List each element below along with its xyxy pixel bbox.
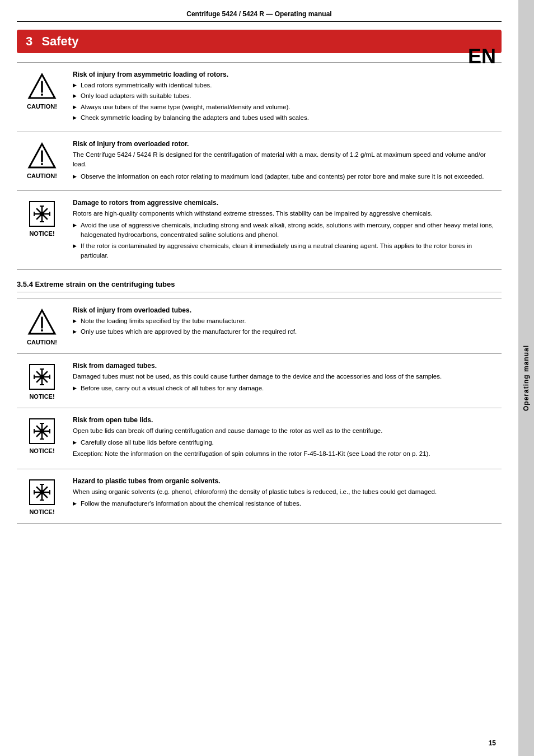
notice-icon-col: NOTICE! [17, 416, 67, 454]
notice-label: CAUTION! [27, 103, 57, 110]
notice-icon-col: NOTICE! [17, 199, 67, 237]
notice-label: CAUTION! [27, 339, 57, 346]
notice-icon [29, 479, 55, 505]
notice-block: CAUTION!Risk of injury from asymmetric l… [17, 62, 502, 132]
notice-label: CAUTION! [27, 172, 57, 179]
notice-icon [29, 201, 55, 227]
notice-block-title: Risk of injury from overloaded rotor. [73, 140, 502, 148]
notice-icon-col: NOTICE! [17, 477, 67, 515]
notice-bullets-list: Before use, carry out a visual check of … [73, 384, 502, 393]
notice-block-body: The Centrifuge 5424 / 5424 R is designed… [73, 150, 502, 170]
notice-bullet-item: Follow the manufacturer's information ab… [73, 499, 502, 508]
notice-bullets-list: Avoid the use of aggressive chemicals, i… [73, 221, 502, 260]
section-number: 3 [26, 34, 32, 48]
notice-icon-col: CAUTION! [17, 306, 67, 346]
notice-block: NOTICE!Risk from damaged tubes.Damaged t… [17, 353, 502, 408]
svg-point-2 [41, 94, 43, 96]
notice-block-body: Damaged tubes must not be used, as this … [73, 372, 502, 381]
en-badge: EN [468, 45, 496, 68]
page-number: 15 [489, 739, 496, 747]
svg-point-36 [40, 375, 44, 379]
notice-label: NOTICE! [29, 447, 54, 454]
notice-icon-col: NOTICE! [17, 362, 67, 400]
svg-point-5 [41, 163, 43, 165]
notice-content: Risk of injury from overloaded rotor.The… [67, 140, 502, 183]
section-title: Safety [41, 34, 78, 48]
section-header: 3 Safety [17, 30, 502, 53]
subsection-354-heading: 3.5.4 Extreme strain on the centrifuging… [17, 280, 502, 288]
notice-bullet-item: Observe the information on each rotor re… [73, 172, 502, 181]
notice-bullets-list: Carefully close all tube lids before cen… [73, 438, 502, 447]
notice-block-body: When using organic solvents (e.g. phenol… [73, 487, 502, 497]
caution-icon [27, 73, 57, 100]
side-tab: Operating manual [518, 0, 534, 756]
notice-icon [29, 364, 55, 390]
svg-point-19 [40, 212, 44, 216]
notice-bullet-item: Note the loading limits specified by the… [73, 316, 502, 326]
svg-point-50 [40, 429, 44, 433]
notice-block-title: Damage to rotors from aggressive chemica… [73, 199, 502, 207]
notice-bullet-item: Only load adapters with suitable tubes. [73, 91, 502, 101]
notice-block-extra: Exception: Note the information on the c… [73, 449, 502, 459]
notice-bullet-item: Avoid the use of aggressive chemicals, i… [73, 221, 502, 240]
notice-block-title: Hazard to plastic tubes from organic sol… [73, 477, 502, 485]
notice-icon [29, 418, 55, 444]
notice-bullets-list: Follow the manufacturer's information ab… [73, 499, 502, 508]
safety-blocks-upper: CAUTION!Risk of injury from asymmetric l… [17, 62, 502, 270]
notice-block-title: Risk of injury from asymmetric loading o… [73, 71, 502, 78]
svg-point-64 [40, 490, 44, 494]
page-header-title: Centrifuge 5424 / 5424 R — Operating man… [186, 10, 331, 18]
notice-content: Damage to rotors from aggressive chemica… [67, 199, 502, 262]
notice-block: CAUTION!Risk of injury from overloaded r… [17, 132, 502, 190]
notice-block: CAUTION!Risk of injury from overloaded t… [17, 298, 502, 353]
notice-block-title: Risk from open tube lids. [73, 416, 502, 424]
page-header: Centrifuge 5424 / 5424 R — Operating man… [17, 10, 502, 22]
notice-label: NOTICE! [29, 393, 54, 400]
notice-label: NOTICE! [29, 508, 54, 515]
notice-bullet-item: Always use tubes of the same type (weigh… [73, 102, 502, 112]
notice-block-title: Risk of injury from overloaded tubes. [73, 306, 502, 314]
notice-block: NOTICE!Hazard to plastic tubes from orga… [17, 469, 502, 524]
notice-block: NOTICE!Damage to rotors from aggressive … [17, 190, 502, 270]
notice-bullets-list: Note the loading limits specified by the… [73, 316, 502, 337]
notice-bullets-list: Load rotors symmetrically with identical… [73, 81, 502, 123]
notice-content: Hazard to plastic tubes from organic sol… [67, 477, 502, 510]
notice-icon-col: CAUTION! [17, 140, 67, 179]
safety-blocks-354: CAUTION!Risk of injury from overloaded t… [17, 298, 502, 524]
notice-label: NOTICE! [29, 230, 54, 237]
notice-bullet-item: Before use, carry out a visual check of … [73, 384, 502, 393]
notice-content: Risk of injury from overloaded tubes.Not… [67, 306, 502, 338]
notice-bullet-item: Carefully close all tube lids before cen… [73, 438, 502, 447]
caution-icon [27, 142, 57, 169]
notice-block-body: Open tube lids can break off during cent… [73, 426, 502, 436]
side-tab-text: Operating manual [522, 345, 530, 411]
notice-block: NOTICE!Risk from open tube lids.Open tub… [17, 408, 502, 469]
subsection-divider [17, 292, 502, 292]
notice-block-body: Rotors are high-quality components which… [73, 209, 502, 218]
notice-bullet-item: Only use tubes which are approved by the… [73, 327, 502, 337]
notice-bullets-list: Observe the information on each rotor re… [73, 172, 502, 181]
notice-content: Risk from open tube lids.Open tube lids … [67, 416, 502, 461]
notice-content: Risk of injury from asymmetric loading o… [67, 71, 502, 124]
notice-block-title: Risk from damaged tubes. [73, 362, 502, 370]
notice-bullet-item: Check symmetric loading by balancing the… [73, 113, 502, 123]
notice-content: Risk from damaged tubes.Damaged tubes mu… [67, 362, 502, 395]
notice-bullet-item: Load rotors symmetrically with identical… [73, 81, 502, 90]
svg-point-22 [41, 329, 43, 332]
notice-icon-col: CAUTION! [17, 71, 67, 110]
caution-icon [27, 309, 57, 335]
notice-bullet-item: If the rotor is contaminated by aggressi… [73, 241, 502, 261]
